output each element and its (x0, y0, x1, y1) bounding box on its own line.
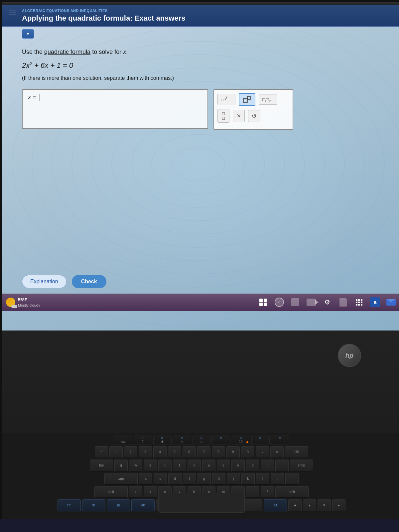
keyboard-row-numbers: ~` 1 2 3 4 5 6 7 8 9 0 - = ⌫ (2, 446, 399, 458)
taskbar-settings-icon[interactable]: ⚙ (321, 296, 333, 308)
key-capslock[interactable]: caps (104, 473, 138, 485)
key-p[interactable]: p (246, 460, 259, 471)
touchpad[interactable] (158, 493, 245, 513)
key-f3[interactable]: f3 ✳ (173, 436, 191, 445)
taskbar-window-icon[interactable] (289, 296, 301, 308)
key-j[interactable]: j (227, 473, 240, 485)
key-f1[interactable]: f1 ? (134, 436, 152, 445)
taskbar-mail-icon[interactable] (385, 296, 397, 308)
fraction-button[interactable]: □ □ (217, 109, 229, 123)
taskbar-a-icon[interactable]: a (369, 296, 381, 308)
key-w[interactable]: w (129, 460, 142, 471)
key-period[interactable]: . (246, 486, 259, 498)
key-1[interactable]: 1 (109, 446, 123, 458)
key-f8[interactable]: f8 (271, 436, 289, 445)
key-6[interactable]: 6 (183, 446, 196, 458)
key-e[interactable]: e (144, 460, 157, 471)
power-button[interactable] (239, 93, 255, 106)
key-bracket-right[interactable]: ] (275, 460, 289, 471)
key-fn[interactable]: fn (82, 499, 105, 511)
key-backspace[interactable]: ⌫ (285, 446, 308, 458)
check-button[interactable]: Check (72, 275, 106, 288)
key-f2[interactable]: f2 ✱ (153, 436, 172, 445)
taskbar-search-icon[interactable]: ○ (273, 296, 285, 308)
key-f6[interactable]: f6 10 (232, 436, 250, 445)
dropdown-button[interactable] (22, 29, 34, 39)
undo-button[interactable]: ↺ (248, 110, 260, 122)
key-0[interactable]: 0 (241, 446, 254, 458)
key-slash[interactable]: / (261, 486, 274, 498)
list-button[interactable]: □,□,... (259, 94, 277, 105)
key-k[interactable]: k (241, 473, 255, 485)
key-i[interactable]: i (217, 460, 230, 471)
key-arrow-up[interactable]: ▲ (303, 499, 316, 511)
header-title: Applying the quadratic formula: Exact an… (22, 14, 394, 23)
key-l[interactable]: l (256, 473, 269, 485)
key-2[interactable]: 2 (124, 446, 137, 458)
key-r[interactable]: r (158, 460, 172, 471)
key-bracket-left[interactable]: [ (261, 460, 274, 471)
key-8[interactable]: 8 (212, 446, 225, 458)
taskbar-apps-icon[interactable] (353, 296, 365, 308)
key-y[interactable]: y (188, 460, 201, 471)
key-arrow-down[interactable]: ▼ (318, 499, 331, 511)
key-x[interactable]: x (144, 486, 157, 498)
key-esc[interactable]: esc (114, 436, 132, 445)
key-f4[interactable]: f4 □ (193, 436, 211, 445)
key-tilde[interactable]: ~` (95, 446, 108, 458)
key-alt[interactable]: alt (131, 499, 155, 511)
svg-text:√: √ (224, 96, 227, 101)
key-alt-right[interactable]: alt (264, 499, 287, 511)
indicator-dot (246, 441, 248, 443)
key-f[interactable]: f (183, 473, 196, 485)
key-9[interactable]: 9 (226, 446, 240, 458)
key-quote[interactable]: ' (285, 473, 299, 485)
key-shift-right[interactable]: shift (275, 486, 309, 498)
header-topic: ALGEBRAIC EQUATIONS AND INEQUALITIES (22, 9, 394, 13)
svg-text:□: □ (221, 97, 223, 102)
key-5[interactable]: 5 (168, 446, 181, 458)
key-h[interactable]: h (212, 473, 225, 485)
taskbar-video-icon[interactable] (305, 296, 317, 308)
key-z[interactable]: z (129, 486, 142, 498)
keyboard-area: esc f1 ? f2 ✱ f3 ✳ f4 □ (2, 433, 399, 519)
key-4[interactable]: 4 (153, 446, 167, 458)
explanation-button[interactable]: Explanation (22, 275, 66, 288)
key-o[interactable]: o (231, 460, 245, 471)
bottom-buttons: Explanation Check (2, 270, 399, 294)
key-win[interactable]: ⊞ (107, 499, 130, 511)
temperature: 55°F (18, 297, 40, 303)
key-q[interactable]: q (114, 460, 128, 471)
taskbar-file-icon[interactable] (337, 296, 349, 308)
taskbar-grid-icon[interactable] (257, 296, 269, 308)
key-arrow-right[interactable]: ► (332, 499, 345, 511)
key-minus[interactable]: - (256, 446, 269, 458)
equation-display: 2x2 + 6x + 1 = 0 (22, 61, 381, 70)
key-s[interactable]: s (154, 473, 167, 485)
key-shift-left[interactable]: shift (94, 486, 128, 498)
svg-rect-15 (243, 98, 247, 102)
key-semicolon[interactable]: ; (271, 473, 284, 485)
text-cursor (40, 94, 40, 101)
multiply-button[interactable]: × (233, 110, 245, 122)
key-a[interactable]: a (139, 473, 152, 485)
keyboard-row-qwerty: tab q w e r t y u i o p [ ] enter (2, 460, 399, 471)
key-f5[interactable]: f5 (212, 436, 230, 445)
key-3[interactable]: 3 (139, 446, 152, 458)
weather-widget[interactable]: 55°F Mostly cloudy (6, 297, 40, 308)
key-arrow-left[interactable]: ◄ (288, 499, 302, 511)
hp-logo: hp (338, 344, 361, 367)
key-u[interactable]: u (202, 460, 215, 471)
key-g[interactable]: g (198, 473, 211, 485)
menu-icon[interactable] (9, 11, 16, 15)
key-t[interactable]: t (173, 460, 186, 471)
key-7[interactable]: 7 (197, 446, 210, 458)
sqrt-button[interactable]: □ √ □ (217, 94, 235, 105)
key-d[interactable]: d (168, 473, 182, 485)
key-tab[interactable]: tab (90, 460, 113, 471)
key-equals[interactable]: = (270, 446, 284, 458)
key-ctrl[interactable]: ctrl (58, 499, 81, 511)
key-enter[interactable]: enter (290, 460, 313, 471)
key-f7[interactable]: f7 ← (251, 436, 270, 445)
answer-input-box[interactable]: x = (22, 89, 208, 129)
